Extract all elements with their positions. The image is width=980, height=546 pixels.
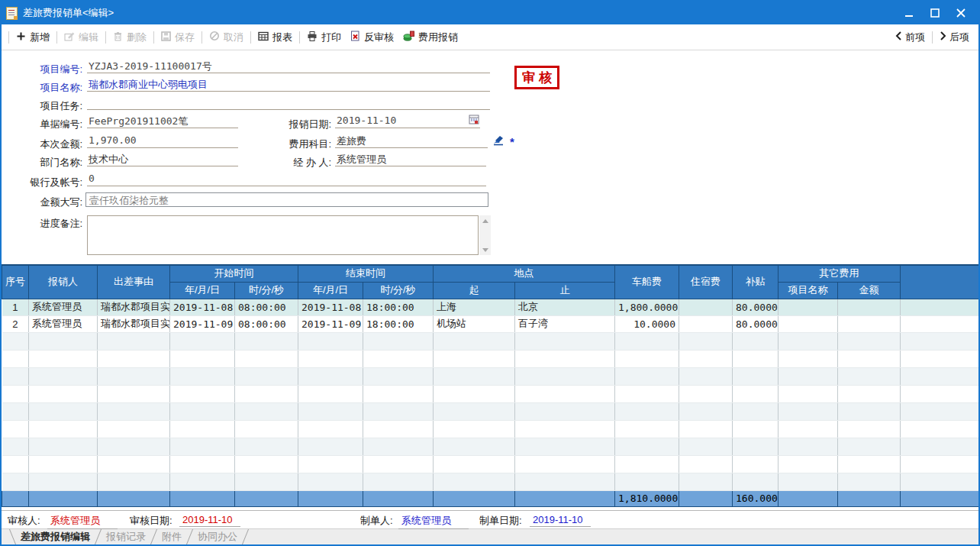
footer-bar: 审核人: 系统管理员 审核日期: 2019-11-10 制单人: 系统管理员 制… — [2, 510, 978, 528]
edit-icon — [64, 31, 75, 44]
auditor-value: 系统管理员 — [47, 514, 118, 529]
close-button[interactable] — [948, 3, 974, 23]
maximize-button[interactable] — [922, 3, 948, 23]
amount-field[interactable]: 1,970.00 — [87, 134, 238, 148]
amount-words-label: 金额大写: — [2, 195, 82, 209]
make-date-value: 2019-11-10 — [530, 514, 591, 527]
expense-reimburse-button[interactable]: 费用报销 — [398, 28, 463, 47]
empty-row — [2, 332, 979, 350]
toolbar: 新增 编辑 删除 保存 取消 报表 打印 — [2, 24, 978, 50]
table-header: 序号 报销人 出差事由 开始时间 结束时间 地点 车船费 住宿费 补贴 其它费用… — [2, 265, 979, 299]
reimburse-date-label: 报销日期: — [261, 118, 331, 131]
table-row[interactable]: 1 系统管理员 瑞都水郡项目实施 2019-11-08 08:00:00 201… — [2, 299, 979, 315]
empty-row — [2, 385, 979, 402]
maker-value: 系统管理员 — [398, 514, 469, 529]
scroll-down-icon[interactable] — [479, 244, 491, 255]
col-location: 地点 — [434, 265, 615, 282]
toolbar-separator — [932, 31, 933, 44]
project-name-label: 项目名称: — [2, 81, 82, 95]
col-other-name: 项目名称 — [779, 282, 838, 299]
save-icon — [161, 31, 171, 44]
report-button[interactable]: 报表 — [253, 28, 297, 47]
empty-row — [2, 350, 979, 367]
col-from: 起 — [434, 282, 515, 299]
toolbar-separator — [153, 31, 154, 44]
department-label: 部门名称: — [2, 156, 82, 170]
edit-button: 编辑 — [60, 28, 103, 47]
bank-account-label: 银行及帐号: — [2, 176, 82, 189]
col-end-time: 结束时间 — [298, 265, 434, 282]
calendar-icon[interactable] — [469, 114, 479, 128]
empty-row — [2, 473, 979, 490]
col-other-amount: 金额 — [838, 282, 901, 299]
delete-button: 删除 — [108, 28, 151, 47]
add-button[interactable]: 新增 — [11, 28, 54, 47]
project-no-field[interactable]: YZJA3-2019-11100017号 — [87, 60, 490, 73]
delete-icon — [113, 31, 123, 44]
cancel-icon — [209, 31, 220, 44]
window-title: 差旅费报销单<编辑> — [23, 6, 114, 20]
doc-no-label: 单据编号: — [2, 118, 82, 131]
col-start-date: 年/月/日 — [170, 282, 235, 299]
scroll-up-icon[interactable] — [479, 215, 491, 226]
auditor-label: 审核人: — [8, 514, 40, 528]
tab-expense-edit[interactable]: 差旅费报销编辑 — [13, 529, 98, 544]
project-name-field[interactable]: 瑞都水郡商业中心弱电项目 — [87, 78, 490, 92]
doc-no-field[interactable]: FeePrg201911002笔 — [87, 115, 238, 128]
col-other: 其它费用 — [779, 265, 901, 282]
cancel-button: 取消 — [205, 28, 248, 47]
department-field[interactable]: 技术中心 — [87, 153, 238, 166]
amount-label: 本次金额: — [2, 137, 82, 151]
tab-reimburse-record[interactable]: 报销记录 — [98, 529, 153, 544]
required-mark: * — [510, 135, 514, 148]
col-transport: 车船费 — [615, 265, 679, 299]
handler-label: 经 办 人: — [261, 156, 331, 170]
plus-icon — [16, 31, 26, 44]
form-panel: 审核 项目编号: YZJA3-2019-11100017号 项目名称: 瑞都水郡… — [2, 50, 978, 264]
toolbar-separator — [201, 31, 202, 44]
progress-note-label: 进度备注: — [2, 217, 82, 231]
project-task-field[interactable] — [87, 96, 490, 110]
col-blank — [901, 265, 979, 299]
report-icon — [258, 31, 269, 44]
project-task-label: 项目任务: — [2, 99, 82, 113]
expense-icon — [403, 31, 414, 44]
eraser-icon[interactable] — [492, 133, 505, 148]
note-scrollbar[interactable] — [479, 215, 491, 255]
bank-account-field[interactable]: 0 — [87, 173, 486, 186]
col-person: 报销人 — [29, 265, 98, 299]
expense-detail-table: 序号 报销人 出差事由 开始时间 结束时间 地点 车船费 住宿费 补贴 其它费用… — [2, 264, 978, 507]
anti-audit-icon — [350, 31, 360, 44]
handler-field[interactable]: 系统管理员 — [335, 153, 486, 166]
minimize-button[interactable] — [896, 3, 922, 23]
chevron-left-icon — [895, 31, 902, 43]
empty-row — [2, 402, 979, 420]
next-item-button[interactable]: 后项 — [935, 28, 974, 47]
expense-subject-label: 费用科目: — [261, 137, 331, 151]
reimburse-date-field[interactable]: 2019-11-10 — [335, 115, 480, 128]
col-reason: 出差事由 — [98, 265, 170, 299]
toolbar-separator — [56, 31, 57, 44]
tab-attachment[interactable]: 附件 — [154, 529, 189, 544]
tab-collaboration[interactable]: 协同办公 — [190, 529, 245, 544]
empty-row — [2, 420, 979, 438]
anti-audit-button[interactable]: 反审核 — [346, 28, 398, 47]
toolbar-separator — [105, 31, 106, 44]
audit-date-label: 审核日期: — [130, 514, 172, 528]
expense-subject-field[interactable]: 差旅费 — [335, 134, 488, 148]
make-date-label: 制单日期: — [479, 514, 522, 528]
prev-item-button[interactable]: 前项 — [891, 28, 930, 47]
col-seq: 序号 — [2, 265, 29, 299]
col-start-clock: 时/分/秒 — [235, 282, 298, 299]
app-window: 差旅费报销单<编辑> 新增 编辑 删除 保存 取消 — [0, 0, 980, 546]
amount-words-field[interactable]: 壹仟玖佰柒拾元整 — [85, 192, 488, 207]
print-button[interactable]: 打印 — [302, 28, 346, 47]
col-end-clock: 时/分/秒 — [363, 282, 434, 299]
col-start-time: 开始时间 — [170, 265, 298, 282]
empty-row — [2, 438, 979, 455]
col-end-date: 年/月/日 — [298, 282, 363, 299]
progress-note-field[interactable] — [87, 215, 479, 255]
chevron-right-icon — [940, 31, 946, 43]
table-row[interactable]: 2 系统管理员 瑞都水郡项目实施 2019-11-09 08:00:00 201… — [2, 315, 979, 332]
col-subsidy: 补贴 — [733, 265, 779, 299]
